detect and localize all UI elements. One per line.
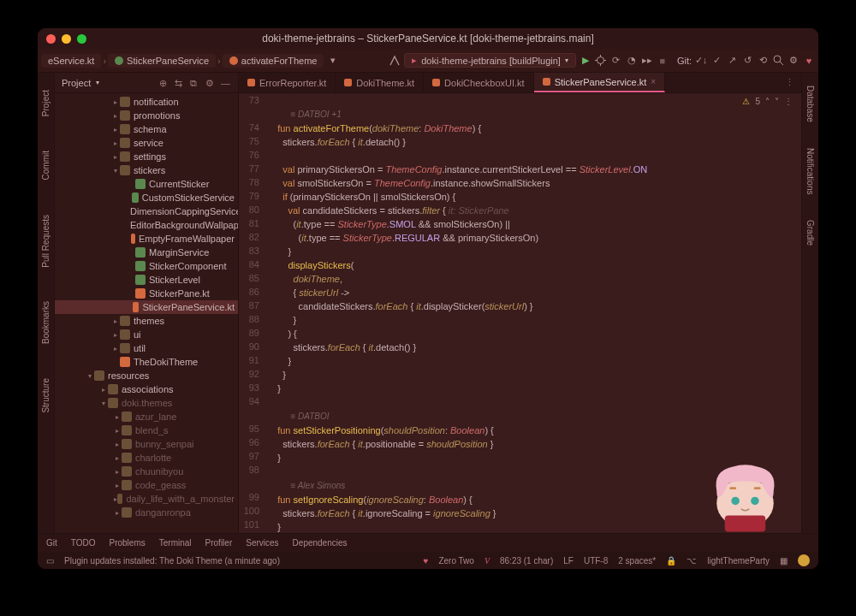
tree-item[interactable]: ▸schema: [55, 122, 238, 136]
expand-all-icon[interactable]: ⇆: [175, 78, 185, 88]
tree-item[interactable]: ▸bunny_senpai: [55, 437, 238, 451]
breadcrumb-2[interactable]: activateForTheme: [223, 54, 324, 68]
code-line[interactable]: stickers.forEach { it.positionable = sho…: [270, 437, 801, 451]
members-icon[interactable]: ▾: [327, 55, 339, 67]
code-line[interactable]: val candidateStickers = stickers.filter …: [270, 204, 801, 217]
tool-problems[interactable]: Problems: [110, 538, 146, 548]
tool-database[interactable]: Database: [805, 86, 815, 122]
breadcrumb-file[interactable]: eService.kt: [41, 54, 101, 68]
code-line[interactable]: [270, 93, 801, 107]
tree-item[interactable]: ▸service: [55, 136, 238, 150]
hide-icon[interactable]: —: [221, 78, 231, 88]
tree-item[interactable]: ▸associations: [55, 382, 238, 396]
tree-item[interactable]: DimensionCappingService: [55, 204, 238, 218]
build-icon[interactable]: [389, 55, 401, 67]
tree-item[interactable]: ▸promotions: [55, 109, 238, 122]
caret-position[interactable]: 86:23 (1 char): [500, 556, 553, 566]
tool-project[interactable]: Project: [41, 90, 51, 116]
code-line[interactable]: ≡ DATBOI +1: [270, 107, 801, 121]
code-line[interactable]: [270, 149, 801, 163]
tree-item[interactable]: MarginService: [55, 246, 238, 259]
code-line[interactable]: fun activateForTheme(dokiTheme: DokiThem…: [270, 121, 801, 135]
git-branch[interactable]: lightThemeParty: [707, 556, 770, 566]
collapse-all-icon[interactable]: ⧉: [190, 78, 200, 88]
code-line[interactable]: val smolStickersOn = ThemeConfig.instanc…: [270, 176, 801, 190]
tree-item[interactable]: ▾doki.themes: [55, 396, 238, 410]
tree-item[interactable]: StickerComponent: [55, 259, 238, 273]
history-icon[interactable]: ↺: [741, 55, 753, 67]
profile-icon[interactable]: ◔: [626, 55, 638, 67]
code-line[interactable]: (it.type == StickerType.REGULAR && prima…: [270, 231, 801, 245]
settings-icon[interactable]: ⚙: [788, 55, 800, 67]
tree-item[interactable]: ▸chuunibyou: [55, 465, 238, 478]
tree-item[interactable]: ▸code_geass: [55, 478, 238, 492]
editor-tab[interactable]: StickerPaneService.kt×: [534, 73, 665, 92]
run-config-selector[interactable]: ▸ doki-theme-jetbrains [buildPlugin] ▾: [404, 53, 576, 68]
close-icon[interactable]: [46, 34, 56, 44]
tree-item[interactable]: ▸settings: [55, 150, 238, 163]
tree-item[interactable]: ▸danganronpa: [55, 506, 238, 519]
tree-item[interactable]: StickerPaneService.kt: [55, 300, 238, 314]
code-line[interactable]: candidateStickers.forEach { it.displaySt…: [270, 299, 801, 313]
tree-item[interactable]: ▸charlotte: [55, 451, 238, 465]
tree-item[interactable]: ▸notification: [55, 95, 238, 109]
processes-icon[interactable]: ▦: [780, 556, 788, 566]
editor-tab[interactable]: DokiCheckboxUI.kt: [424, 73, 534, 92]
indent-info[interactable]: 2 spaces*: [618, 556, 656, 566]
code-line[interactable]: }: [270, 382, 801, 395]
code-line[interactable]: if (primaryStickersOn || smolStickersOn)…: [270, 190, 801, 204]
debug-icon[interactable]: [595, 55, 607, 67]
code-line[interactable]: (it.type == StickerType.SMOL && smolStic…: [270, 217, 801, 231]
close-tab-icon[interactable]: ×: [651, 77, 656, 86]
tool-dependencies[interactable]: Dependencies: [293, 538, 348, 548]
tree-item[interactable]: EditorBackgroundWallpaper: [55, 218, 238, 232]
event-log-icon[interactable]: ▭: [46, 556, 54, 566]
theme-name[interactable]: Zero Two: [438, 556, 474, 566]
editor-tab[interactable]: ErrorReporter.kt: [239, 73, 336, 92]
tool-git[interactable]: Git: [46, 538, 57, 548]
tree-item[interactable]: ▸themes: [55, 314, 238, 328]
breadcrumb-1[interactable]: StickerPaneService: [108, 54, 216, 68]
tool-todo[interactable]: TODO: [71, 538, 96, 548]
tool-commit[interactable]: Commit: [41, 151, 51, 180]
tool-gradle[interactable]: Gradle: [805, 220, 815, 246]
tree-item[interactable]: ▸ui: [55, 328, 238, 341]
avatar-icon[interactable]: [798, 554, 810, 566]
tool-profiler[interactable]: Profiler: [205, 538, 233, 548]
file-encoding[interactable]: UTF-8: [584, 556, 608, 566]
tool-structure[interactable]: Structure: [41, 378, 51, 413]
code-line[interactable]: displayStickers(: [270, 258, 801, 272]
tree-item[interactable]: TheDokiTheme: [55, 355, 238, 369]
tree-item[interactable]: ▸azur_lane: [55, 410, 238, 424]
tree-item[interactable]: EmptyFrameWallpaper: [55, 232, 238, 246]
code-line[interactable]: { stickerUrl ->: [270, 286, 801, 299]
code-line[interactable]: fun setStickerPositioning(shouldPosition…: [270, 424, 801, 437]
tree-item[interactable]: CustomStickerService: [55, 191, 238, 204]
tree-item[interactable]: ▾stickers: [55, 163, 238, 177]
tree-item[interactable]: StickerLevel: [55, 273, 238, 287]
tabs-more-icon[interactable]: ⋮: [778, 73, 801, 92]
code-line[interactable]: stickers.forEach { it.detach() }: [270, 135, 801, 149]
search-icon[interactable]: [772, 55, 784, 67]
code-line[interactable]: }: [270, 245, 801, 258]
zoom-icon[interactable]: [77, 34, 86, 44]
push-icon[interactable]: ↗: [726, 55, 738, 67]
code-line[interactable]: dokiTheme,: [270, 272, 801, 286]
tool-pull-requests[interactable]: Pull Requests: [41, 215, 51, 268]
attach-icon[interactable]: ▸▸: [641, 55, 653, 67]
tree-item[interactable]: ▸daily_life_with_a_monster: [55, 492, 238, 506]
editor-tab[interactable]: DokiTheme.kt: [336, 73, 424, 92]
code-line[interactable]: }: [270, 368, 801, 382]
commit-icon[interactable]: ✓: [710, 55, 722, 67]
heart-icon[interactable]: ♥: [803, 55, 815, 67]
code-line[interactable]: ≡ DATBOI: [270, 409, 801, 424]
tool-terminal[interactable]: Terminal: [159, 538, 192, 548]
tree-item[interactable]: CurrentSticker: [55, 177, 238, 191]
tree-item[interactable]: StickerPane.kt: [55, 287, 238, 300]
tool-bookmarks[interactable]: Bookmarks: [41, 301, 51, 344]
code-line[interactable]: stickers.forEach { it.detach() }: [270, 341, 801, 354]
code-line[interactable]: }: [270, 313, 801, 327]
code-line[interactable]: val primaryStickersOn = ThemeConfig.inst…: [270, 163, 801, 176]
update-project-icon[interactable]: ✓↓: [695, 55, 707, 67]
tree-item[interactable]: ▸blend_s: [55, 424, 238, 437]
